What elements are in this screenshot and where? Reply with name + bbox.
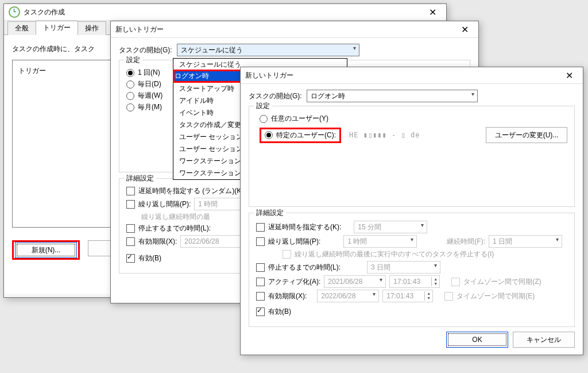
repeat-value: 1 時間: [347, 237, 367, 247]
delay-check[interactable]: [126, 187, 135, 195]
window-title: 新しいトリガー: [115, 25, 164, 34]
specific-user-radio[interactable]: [265, 131, 273, 139]
expire-time[interactable]: 17:01:43 ▲▼: [382, 290, 433, 302]
tab-general[interactable]: 全般: [7, 21, 36, 35]
settings-label: 設定: [124, 55, 142, 65]
change-user-button[interactable]: ユーザーの変更(U)...: [486, 127, 567, 143]
freq-once-label: 1 回(N): [138, 68, 160, 78]
advanced-group: 詳細設定 遅延時間を指定する(K): 15 分間 繰り返し間隔(P): 1 時間…: [249, 213, 575, 327]
advanced-label: 詳細設定: [124, 174, 156, 183]
repeat-dur-select[interactable]: 1 日間: [489, 235, 562, 248]
settings-label: 設定: [254, 101, 272, 111]
begin-label: タスクの開始(G):: [249, 91, 302, 101]
titlebar: タスクの作成 ✕: [4, 4, 446, 21]
begin-select[interactable]: ログオン時: [307, 90, 478, 102]
delay-label: 遅延時間を指定する (ランダム)(K):: [138, 186, 246, 196]
highlight-specific-user: 特定のユーザー(C):: [260, 128, 341, 143]
repeat-value: 1 時間: [198, 199, 218, 209]
ok-button[interactable]: OK: [446, 332, 508, 348]
user-name-blurred: HE ▮▯▮▮▮ - ▯ de: [349, 131, 420, 139]
settings-group: 設定 任意のユーザー(Y) 特定のユーザー(C): HE ▮▯▮▮▮ - ▯ d…: [249, 106, 575, 207]
begin-select[interactable]: スケジュールに従う: [177, 44, 359, 56]
titlebar: 新しいトリガー ✕: [241, 67, 583, 84]
expire-check[interactable]: [256, 292, 265, 301]
stop-check[interactable]: [256, 263, 265, 272]
highlight-logon: ログオン時: [173, 70, 250, 83]
cancel-button[interactable]: キャンセル: [513, 332, 575, 348]
activate-date-value: 2021/06/28: [328, 278, 362, 286]
repeat-note: 繰り返し継続時間の最: [141, 212, 210, 222]
expire-date[interactable]: 2022/06/28: [317, 290, 379, 302]
repeat-dur-label: 継続時間(F):: [447, 237, 485, 247]
repeat-label: 繰り返し間隔(P):: [268, 237, 320, 247]
freq-daily-radio[interactable]: [126, 80, 134, 89]
new-button[interactable]: 新規(N)...: [15, 242, 77, 258]
enabled-label: 有効(B): [268, 307, 291, 317]
repeat-check[interactable]: [126, 200, 135, 209]
tz-sync-z-check: [451, 278, 460, 286]
expire-time-value: 17:01:43: [383, 292, 424, 300]
repeat-select[interactable]: 1 時間: [343, 235, 417, 248]
dropdown-item[interactable]: ログオン時: [175, 72, 209, 80]
freq-monthly-label: 毎月(M): [138, 102, 162, 112]
close-icon[interactable]: ✕: [421, 5, 444, 20]
tab-trigger[interactable]: トリガー: [36, 21, 78, 35]
enabled-label: 有効(B): [138, 253, 161, 263]
specific-user-label: 特定のユーザー(C):: [276, 130, 336, 140]
tz-sync-e-check: [444, 292, 453, 301]
window-title: タスクの作成: [24, 7, 65, 17]
expire-label: 有効期限(X):: [138, 237, 177, 247]
advanced-label: 詳細設定: [254, 208, 286, 218]
tz-sync-z-label: タイムゾーン間で同期(Z): [463, 277, 541, 287]
repeat-label: 繰り返し間隔(P):: [138, 199, 191, 209]
repeat-note: 繰り返し継続時間の最後に実行中のすべてのタスクを停止する(I): [295, 249, 494, 259]
stop-check[interactable]: [126, 224, 135, 233]
stop-select[interactable]: 3 日間: [367, 261, 440, 274]
stop-value: 3 日間: [371, 263, 390, 272]
enabled-check[interactable]: [256, 307, 265, 316]
repeat-stop-check: [283, 250, 291, 259]
expire-check[interactable]: [126, 237, 135, 246]
titlebar: 新しいトリガー ✕: [111, 21, 478, 38]
delay-select[interactable]: 15 分間: [354, 221, 427, 233]
repeat-check[interactable]: [256, 237, 265, 246]
delay-value: 15 分間: [358, 222, 381, 232]
expire-label: 有効期限(X):: [268, 291, 307, 301]
freq-weekly-label: 毎週(W): [138, 91, 163, 101]
spinner-icon[interactable]: ▲▼: [424, 291, 432, 301]
tz-sync-e-label: タイムゾーン間で同期(E): [457, 291, 535, 301]
any-user-radio[interactable]: [260, 115, 268, 123]
delay-label: 遅延時間を指定する(K):: [268, 222, 341, 232]
stop-label: 停止するまでの時間(L):: [138, 224, 211, 233]
activate-time-value: 17:01:43: [390, 278, 431, 286]
repeat-dur-value: 1 日間: [493, 237, 512, 247]
freq-daily-label: 毎日(D): [138, 79, 161, 89]
expire-date-value: 2022/06/28: [184, 237, 219, 245]
begin-select-value: ログオン時: [311, 91, 345, 101]
tab-action[interactable]: 操作: [78, 21, 106, 35]
clock-icon: [9, 6, 20, 18]
expire-date-value: 2022/06/28: [321, 292, 355, 300]
enabled-check[interactable]: [126, 254, 135, 263]
activate-time[interactable]: 17:01:43 ▲▼: [389, 275, 440, 288]
dialog-buttons: OK キャンセル: [446, 332, 575, 348]
delay-check[interactable]: [256, 223, 265, 232]
activate-date[interactable]: 2021/06/28: [324, 275, 386, 288]
stop-label: 停止するまでの時間(L):: [268, 263, 341, 272]
activate-label: アクティブ化(A):: [268, 277, 320, 287]
any-user-label: 任意のユーザー(Y): [271, 114, 328, 124]
highlight-new: 新規(N)...: [12, 240, 80, 260]
freq-monthly-radio[interactable]: [126, 103, 134, 111]
freq-weekly-radio[interactable]: [126, 92, 134, 100]
close-icon[interactable]: ✕: [453, 22, 476, 37]
close-icon[interactable]: ✕: [558, 68, 581, 83]
activate-check[interactable]: [256, 278, 265, 286]
spinner-icon[interactable]: ▲▼: [431, 277, 439, 286]
begin-select-value: スケジュールに従う: [181, 45, 243, 55]
begin-label: タスクの開始(G):: [119, 45, 172, 55]
freq-once-radio[interactable]: [126, 69, 134, 77]
new-trigger-window-logon: 新しいトリガー ✕ タスクの開始(G): ログオン時 設定 任意のユーザー(Y)…: [240, 67, 583, 355]
window-title: 新しいトリガー: [245, 71, 293, 80]
